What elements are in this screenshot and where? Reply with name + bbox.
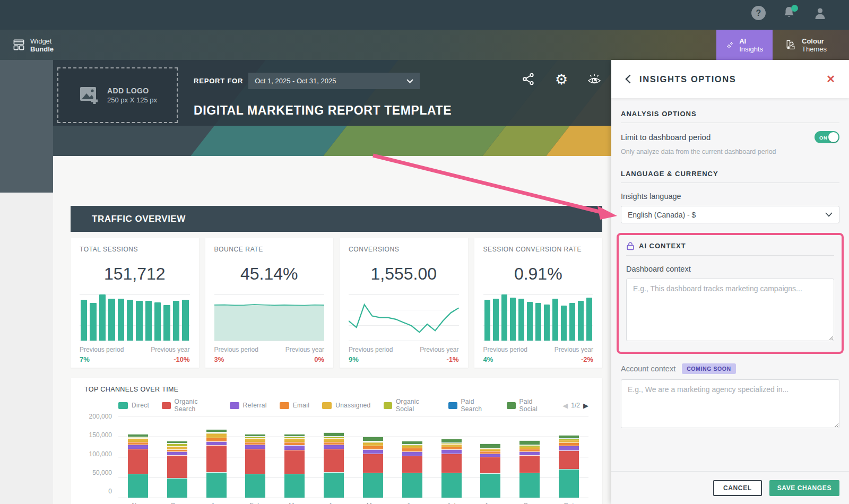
pager-next-icon[interactable]: ▶: [583, 402, 588, 410]
prev-period-value: 3%: [214, 355, 224, 363]
chevron-down-icon: [406, 79, 413, 83]
colour-themes-icon: [784, 39, 796, 51]
colour-themes-button[interactable]: Colour Themes: [775, 30, 849, 60]
stacked-bar[interactable]: [510, 416, 549, 498]
spark-bar: [118, 299, 124, 341]
kpi-value: 1,555.00: [349, 264, 459, 284]
kpi-card-conversions[interactable]: CONVERSIONS 1,555.00 Previous period Pre…: [340, 238, 468, 368]
legend-swatch: [230, 402, 239, 409]
legend-item[interactable]: Unassigned: [322, 402, 370, 409]
report-title: DIGITAL MARKETING REPORT TEMPLATE: [194, 103, 452, 118]
bar-segment: [363, 454, 383, 473]
legend-item[interactable]: Direct: [118, 402, 149, 409]
add-logo-subtitle: 250 px X 125 px: [107, 95, 157, 105]
insights-options-panel: INSIGHTS OPTIONS ✕ ANALYSIS OPTIONS Limi…: [611, 60, 849, 504]
stacked-bar[interactable]: [314, 416, 353, 498]
notifications-bell-icon[interactable]: [783, 6, 796, 20]
kpi-card-bounce-rate[interactable]: BOUNCE RATE 45.14% Previous period Previ…: [205, 238, 334, 368]
back-button[interactable]: [625, 74, 631, 84]
spark-bar: [182, 300, 188, 341]
bar-segment: [245, 438, 265, 442]
ai-insights-button[interactable]: AI Insights: [716, 30, 773, 60]
date-range-value: Oct 1, 2025 - Oct 31, 2025: [255, 77, 336, 85]
save-changes-button[interactable]: SAVE CHANGES: [769, 480, 839, 496]
preview-button[interactable]: [587, 72, 602, 86]
spark-bar: [535, 303, 541, 341]
user-profile-icon[interactable]: [813, 6, 827, 20]
legend-item[interactable]: Paid Social: [507, 398, 550, 413]
y-tick-label: 200,000: [89, 413, 112, 420]
widget-bundle-button[interactable]: Widget Bundle: [13, 37, 54, 53]
toggle-on-label: ON: [819, 135, 827, 141]
legend-item[interactable]: Paid Search: [448, 398, 494, 413]
prev-period-value: 4%: [483, 355, 493, 363]
panel-body: ANALYSIS OPTIONS Limit to dashboard peri…: [611, 98, 849, 471]
stacked-bar[interactable]: [353, 416, 393, 498]
legend-item[interactable]: Organic Search: [162, 398, 216, 413]
widget-bundle-icon: [13, 39, 25, 51]
spark-bar: [136, 301, 142, 341]
kpi-card-session-conversion-rate[interactable]: SESSION CONVERSION RATE 0.91% Previous p…: [474, 238, 603, 368]
stacked-bar[interactable]: [549, 416, 588, 498]
stacked-bar[interactable]: [236, 416, 275, 498]
y-tick-label: 0: [108, 488, 112, 495]
analysis-options-header: ANALYSIS OPTIONS: [621, 110, 839, 123]
kpi-sparkline: [214, 294, 325, 341]
account-context-label: Account context: [621, 364, 675, 373]
cancel-button[interactable]: CANCEL: [713, 480, 762, 496]
insights-language-select[interactable]: English (Canada) - $: [621, 206, 839, 223]
spark-bar: [493, 299, 499, 341]
x-tick-label: Nov: [118, 502, 158, 504]
x-tick-label: Oct: [549, 502, 588, 504]
dashboard-context-input[interactable]: [626, 279, 834, 341]
bar-segment: [324, 449, 344, 472]
add-logo-dropzone[interactable]: ADD LOGO 250 px X 125 px: [57, 67, 178, 123]
stacked-bar[interactable]: [197, 416, 236, 498]
legend-label: Direct: [132, 402, 149, 409]
legend-item[interactable]: Referral: [230, 402, 267, 409]
bar-segment: [128, 449, 148, 474]
gear-icon: ⚙: [555, 72, 568, 86]
prev-period-label: Previous period: [349, 346, 393, 353]
close-icon[interactable]: ✕: [826, 73, 835, 85]
bar-segment: [284, 445, 305, 450]
settings-button[interactable]: ⚙: [554, 72, 569, 86]
bar-segment: [167, 451, 187, 455]
kpi-value: 45.14%: [214, 264, 325, 284]
pager-value: 1/2: [571, 402, 580, 409]
bar-segment: [324, 472, 344, 498]
x-tick-label: Dec: [158, 502, 197, 504]
cover-left-strip: [0, 60, 53, 193]
top-channels-widget[interactable]: TOP CHANNELS OVER TIME DirectOrganic Sea…: [71, 378, 602, 504]
pager-prev-icon[interactable]: ◀: [562, 402, 568, 410]
bar-segment: [519, 455, 540, 473]
bar-segment: [363, 473, 383, 498]
stacked-bar[interactable]: [158, 416, 197, 498]
stacked-bar[interactable]: [393, 416, 432, 498]
share-button[interactable]: [521, 72, 536, 86]
stacked-bar[interactable]: [432, 416, 471, 498]
ai-context-header: AI CONTEXT: [626, 241, 834, 256]
kpi-card-total-sessions[interactable]: TOTAL SESSIONS 151,712 Previous period P…: [71, 238, 199, 368]
legend-label: Organic Social: [396, 398, 436, 413]
limit-period-subtext: Only analyze data from the current dashb…: [621, 148, 839, 155]
legend-item[interactable]: Email: [280, 402, 310, 409]
kpi-label: CONVERSIONS: [349, 246, 459, 253]
spark-bar: [561, 306, 567, 341]
limit-period-toggle[interactable]: ON: [815, 131, 839, 143]
y-tick-label: 50,000: [92, 469, 112, 476]
help-icon[interactable]: ?: [751, 6, 766, 20]
add-image-icon: [78, 85, 100, 106]
stacked-bar[interactable]: [275, 416, 314, 498]
colour-themes-label-2: Themes: [802, 45, 827, 53]
date-range-select[interactable]: Oct 1, 2025 - Oct 31, 2025: [248, 73, 420, 89]
x-tick-label: Jan: [197, 502, 236, 504]
account-context-input[interactable]: [621, 379, 839, 428]
report-for-label: REPORT FOR: [194, 77, 243, 85]
bar-segment: [245, 445, 265, 449]
ai-context-highlight-box: AI CONTEXT Dashboard context: [617, 233, 844, 354]
stacked-bar[interactable]: [471, 416, 510, 498]
stacked-bar[interactable]: [118, 416, 158, 498]
bar-segment: [402, 473, 422, 498]
legend-item[interactable]: Organic Social: [384, 398, 436, 413]
